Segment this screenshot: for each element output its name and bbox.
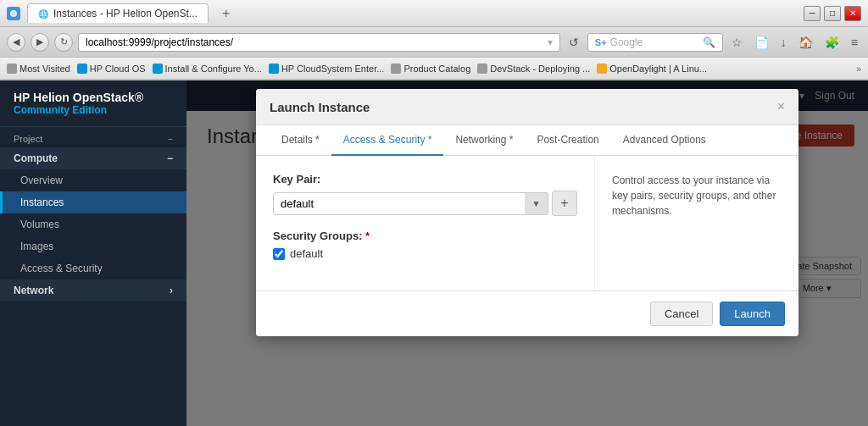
bookmarks-more[interactable]: » [856,64,861,74]
bookmark-label: DevStack - Deploying ... [490,64,590,74]
menu-icon[interactable]: ≡ [848,34,861,51]
sidebar-header: HP Helion OpenStack® Community Edition [0,80,186,127]
bookmark-favicon [7,64,17,74]
sidebar: HP Helion OpenStack® Community Edition P… [0,80,186,426]
keypair-label: Key Pair: [273,173,577,185]
maximize-button[interactable]: □ [824,6,841,21]
tab-advanced-options[interactable]: Advanced Options [611,125,718,156]
new-tab-button[interactable]: + [215,3,236,25]
modal-header: Launch Instance × [256,89,798,125]
tab-access-security[interactable]: Access & Security * [331,125,444,156]
bookmark-label: HP CloudSystem Enter... [281,64,384,74]
bookmark-hp-cloud-os[interactable]: HP Cloud OS [77,64,146,74]
security-group-default-row: default [273,247,577,260]
cancel-button[interactable]: Cancel [650,302,713,326]
search-icon: 🔍 [703,36,715,48]
bookmark-opendaylight[interactable]: OpenDaylight | A Linu... [597,64,707,74]
keypair-input-row: default ▼ + [273,191,577,216]
tab-post-creation[interactable]: Post-Creation [525,125,610,156]
security-groups-label: Security Groups: * [273,230,577,242]
bookmarks-bar: Most Visited HP Cloud OS Install & Confi… [0,58,868,80]
app-subtitle: Community Edition [14,104,173,116]
modal-description: Control access to your instance via key … [612,173,782,219]
search-box[interactable]: S+ Google 🔍 [587,33,723,52]
sidebar-compute-group[interactable]: Compute − [0,147,186,169]
modal-footer: Cancel Launch [256,290,798,336]
sidebar-item-access-security[interactable]: Access & Security [0,257,186,279]
bookmark-hp-cloudsystem[interactable]: HP CloudSystem Enter... [269,64,384,74]
sidebar-item-volumes[interactable]: Volumes [0,213,186,235]
address-lock-icon: ▾ [548,36,553,48]
search-engine-icon: S+ [595,37,607,47]
window-controls: ─ □ ✕ [804,6,861,21]
bookmark-label: HP Cloud OS [90,64,146,74]
bookmark-devstack[interactable]: DevStack - Deploying ... [477,64,590,74]
bookmarks-star-icon[interactable]: ☆ [728,34,746,51]
app-name: HP Helion OpenStack® [14,91,173,104]
close-button[interactable]: ✕ [844,6,861,21]
bookmark-label: OpenDaylight | A Linu... [609,64,707,74]
security-group-default-checkbox[interactable] [273,248,285,260]
modal-close-button[interactable]: × [777,99,785,114]
sidebar-item-overview[interactable]: Overview [0,169,186,191]
sidebar-item-images[interactable]: Images [0,235,186,257]
bookmark-favicon [597,64,607,74]
browser-addressbar: ◀ ▶ ↻ localhost:9999/project/instances/ … [0,27,868,58]
forward-button[interactable]: ▶ [31,33,49,52]
bookmark-favicon [477,64,487,74]
download-icon[interactable]: ↓ [777,34,790,51]
sidebar-network-group[interactable]: Network › [0,279,186,302]
bookmark-icon[interactable]: 📄 [751,34,772,51]
minimize-button[interactable]: ─ [804,6,821,21]
browser-tab[interactable]: 🌐 Instances - HP Helion OpenSt... [27,3,209,23]
tab-title: Instances - HP Helion OpenSt... [53,8,198,19]
modal-overlay: Launch Instance × Details * Access & Sec… [186,80,868,426]
launch-instance-modal: Launch Instance × Details * Access & Sec… [256,89,798,336]
search-placeholder: Google [610,36,643,48]
bookmark-favicon [269,64,279,74]
bookmark-label: Install & Configure Yo... [165,64,262,74]
sidebar-item-instances[interactable]: Instances [0,191,186,213]
svg-point-0 [10,10,17,17]
security-group-default-label: default [290,247,323,260]
browser-titlebar: 🌐 Instances - HP Helion OpenSt... + ─ □ … [0,0,868,27]
add-keypair-button[interactable]: + [552,191,577,216]
modal-left-panel: Key Pair: default ▼ + [256,156,595,290]
keypair-select-wrapper: default ▼ [273,192,548,215]
keypair-group: Key Pair: default ▼ + [273,173,577,216]
refresh-button[interactable]: ↻ [54,33,73,52]
tab-favicon: 🌐 [38,9,48,19]
modal-title: Launch Instance [270,100,370,114]
bookmark-label: Product Catalog [403,64,470,74]
modal-body: Key Pair: default ▼ + [256,156,798,290]
extensions-icon[interactable]: 🧩 [821,34,843,51]
modal-right-panel: Control access to your instance via key … [595,156,798,290]
bookmark-favicon [77,64,87,74]
browser-favicon [7,7,20,20]
bookmark-label: Most Visited [19,64,70,74]
launch-button[interactable]: Launch [720,302,785,326]
modal-tabs: Details * Access & Security * Networking… [256,125,798,156]
tab-details[interactable]: Details * [270,125,331,156]
back-button[interactable]: ◀ [7,33,25,52]
sidebar-project-label: Project − [0,127,186,147]
bookmark-most-visited[interactable]: Most Visited [7,64,70,74]
address-text: localhost:9999/project/instances/ [86,36,233,48]
app-container: HP Helion OpenStack® Community Edition P… [0,80,868,426]
security-groups-group: Security Groups: * default [273,230,577,260]
required-indicator: * [365,230,370,242]
main-content: demo ▾ demo 👤 ▾ Sign Out Instances Creat… [186,80,868,426]
bookmark-favicon [153,64,163,74]
browser-chrome: 🌐 Instances - HP Helion OpenSt... + ─ □ … [0,0,868,80]
tab-networking[interactable]: Networking * [443,125,525,156]
toolbar-icons: ↺ [565,34,582,51]
bookmark-favicon [391,64,401,74]
bookmark-install-configure[interactable]: Install & Configure Yo... [153,64,262,74]
home-icon[interactable]: 🏠 [795,34,816,51]
keypair-select[interactable]: default [273,192,548,215]
address-bar[interactable]: localhost:9999/project/instances/ ▾ [78,33,560,52]
bookmark-product-catalog[interactable]: Product Catalog [391,64,470,74]
refresh-icon[interactable]: ↺ [565,34,582,51]
